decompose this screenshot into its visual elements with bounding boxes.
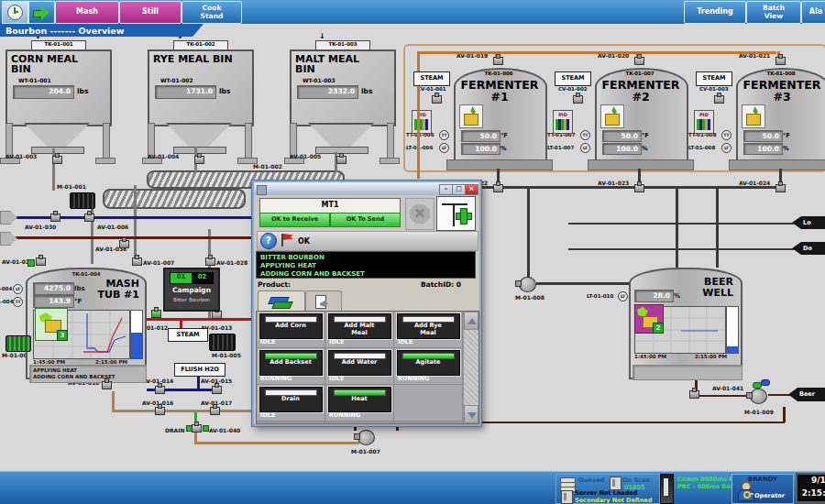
pid-faceplate[interactable]: PID [553, 110, 573, 134]
control-valve-tag: CV-01-003 [699, 86, 729, 92]
time-value: 2:15:0 [798, 488, 825, 500]
phase-scrollbar[interactable] [464, 312, 478, 423]
valve-icon[interactable] [212, 311, 222, 319]
nav-button-batch-view[interactable]: Batch View [746, 1, 801, 24]
bin-hopper [166, 123, 232, 148]
inlet-valve-icon[interactable] [493, 57, 503, 65]
bin-outlet-valve-tag: AV-01-004 [148, 153, 179, 159]
temperature-value: 143.9 [33, 295, 74, 308]
nav-button-still[interactable]: Still [119, 1, 182, 24]
valve-icon[interactable] [50, 214, 60, 222]
clock-hand [14, 11, 18, 13]
valve-icon[interactable] [102, 381, 112, 389]
bin-outlet-valve-icon[interactable] [194, 156, 204, 164]
agitator-motor[interactable] [209, 334, 236, 351]
bin-outlet-valve-icon[interactable] [52, 156, 62, 164]
valve-icon[interactable] [84, 214, 94, 222]
lt-circle-icon: LT [580, 143, 590, 153]
dialog-titlebar[interactable]: - □ × [254, 182, 479, 195]
window-pane-icon [442, 203, 468, 205]
close-button[interactable]: × [465, 184, 478, 195]
pump-icon[interactable] [750, 389, 767, 404]
bin-hopper [308, 123, 374, 148]
weight-unit: lbs [219, 87, 230, 95]
phase-button[interactable]: Add Rye Meal [397, 313, 460, 339]
bin-name: MALT MEAL BIN [295, 54, 378, 74]
add-step-button[interactable] [436, 196, 476, 231]
steam-label: STEAM [555, 71, 591, 86]
control-valve-icon[interactable] [432, 95, 442, 104]
forward-arrow-button[interactable] [28, 1, 55, 24]
valve-icon[interactable] [151, 310, 161, 318]
pid-faceplate[interactable]: PID [694, 110, 714, 134]
campaign-panel[interactable]: 01 02 Campaign Bitter Bourbon [163, 268, 220, 312]
nav-button-label: Still [142, 8, 159, 16]
tab-report[interactable] [305, 290, 342, 312]
scroll-up-button[interactable] [464, 312, 478, 330]
pipe-grain-feed [417, 51, 776, 54]
phase-button[interactable]: Add Corn [259, 313, 323, 339]
mash-tub-motor[interactable] [6, 335, 31, 352]
phase-panel: Add Corn IDLE Add Malt Meal IDLE Add [256, 311, 479, 424]
inlet-valve-icon[interactable] [634, 57, 644, 65]
valve-icon[interactable] [155, 386, 165, 394]
batch-icon[interactable]: 3 [35, 308, 68, 341]
valve-icon[interactable] [205, 257, 215, 266]
phase-button[interactable]: Drain [259, 387, 323, 412]
batch-icon[interactable]: 2 [634, 304, 664, 334]
valve-icon[interactable] [132, 257, 142, 266]
valve-icon[interactable] [119, 240, 129, 248]
temperature-unit: °F [500, 132, 508, 139]
campaign-product: Bitter Bourbon [165, 297, 218, 302]
batch-icon[interactable] [600, 104, 624, 128]
drain-valve-icon[interactable] [493, 184, 503, 192]
phase-button[interactable]: Add Water [328, 350, 391, 376]
valve-icon[interactable] [210, 407, 220, 415]
phase-button[interactable]: Agitate [397, 350, 460, 376]
minimize-button[interactable]: - [439, 184, 453, 195]
nav-button-trending[interactable]: Trending [684, 1, 746, 24]
auger-motor[interactable] [70, 192, 95, 209]
ok-to-receive-button[interactable]: OK to Receive [259, 213, 330, 227]
control-valve-icon[interactable] [573, 95, 583, 104]
drain-valve-icon[interactable] [634, 184, 644, 192]
valve-icon[interactable] [155, 407, 165, 415]
pid-bars-icon [556, 119, 569, 130]
pump-icon[interactable] [358, 430, 375, 445]
bin-outlet-valve-icon[interactable] [336, 156, 346, 164]
control-valve-icon[interactable] [714, 95, 724, 104]
phase-button[interactable]: Add Backset [259, 350, 323, 376]
phase-button[interactable]: Heat [328, 387, 391, 412]
user-panel[interactable]: BRANDY Operator [732, 474, 794, 504]
nav-button-alarms[interactable]: Ala [801, 1, 825, 24]
phase-status: RUNNING [260, 375, 292, 382]
drain-valve-icon[interactable] [192, 424, 202, 433]
weight-unit: lbs [361, 87, 372, 95]
valve-icon[interactable] [212, 386, 222, 394]
inlet-valve-icon[interactable] [776, 57, 786, 65]
ok-to-send-button[interactable]: OK To Send [330, 213, 401, 227]
phase-button[interactable]: Add Malt Meal [328, 313, 391, 339]
nav-button-cook-stand[interactable]: Cook Stand [182, 1, 242, 24]
nav-button-mash[interactable]: Mash [55, 1, 119, 24]
prompt-row: ? OK [257, 231, 478, 251]
maximize-button[interactable]: □ [452, 184, 466, 195]
scroll-down-button[interactable] [464, 405, 478, 423]
phase-status-strip [632, 365, 742, 380]
clock-button[interactable] [2, 1, 28, 24]
campaign-step-total: 02 [192, 273, 213, 283]
pipe [676, 189, 678, 268]
batch-icon[interactable] [742, 104, 765, 128]
drain-valve-icon[interactable] [776, 184, 786, 192]
valve-tag: AV-01-041 [712, 385, 743, 391]
tab-phases[interactable] [258, 290, 305, 312]
pid-faceplate[interactable]: PID [412, 110, 432, 134]
up-arrow-icon [468, 318, 477, 324]
batch-icon[interactable] [459, 104, 483, 128]
pump-icon[interactable] [519, 277, 536, 292]
phase-cell: Agitate RUNNING [394, 348, 463, 385]
help-icon[interactable]: ? [260, 233, 277, 249]
abort-button[interactable] [405, 198, 434, 230]
valve-icon[interactable] [689, 390, 699, 399]
valve-icon[interactable] [36, 257, 46, 266]
